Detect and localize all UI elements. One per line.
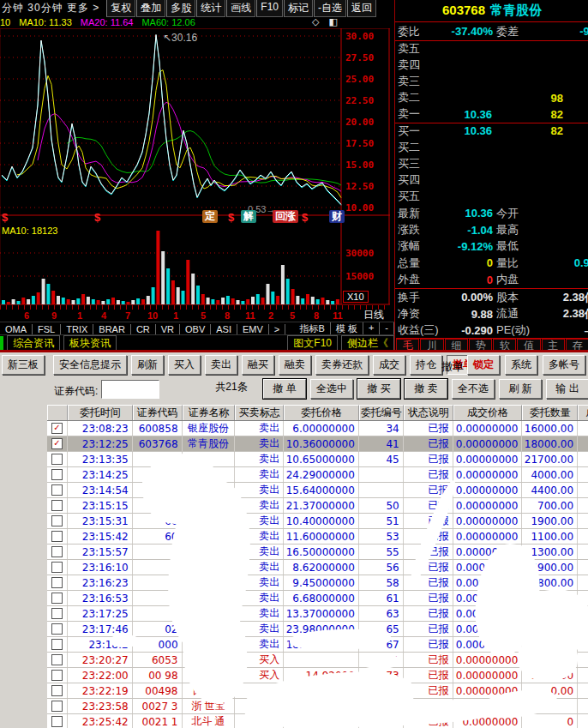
row-checkbox[interactable]: ✓ xyxy=(51,438,63,449)
indicator-tab-模 板[interactable]: 模 板 xyxy=(331,322,363,335)
action-button-刷新[interactable]: 刷 新 xyxy=(499,379,542,399)
order-row[interactable]: 23:15:153卖出21.3700000050已报0.00000000700.… xyxy=(47,498,588,514)
indicator-tab-BRAR[interactable]: BRAR xyxy=(93,324,131,334)
menu-button-多股[interactable]: 多股 xyxy=(166,0,195,17)
toolbar-button-成交[interactable]: 成交 xyxy=(373,355,405,375)
book-level-买四[interactable]: 买四 xyxy=(395,172,588,189)
column-header-委托编号[interactable]: 委托编号 xyxy=(359,405,404,420)
menu-button-标记[interactable]: 标记 xyxy=(284,0,313,17)
toolbar-button-买入[interactable]: 买入 xyxy=(168,355,201,375)
info-tab-板块资讯[interactable]: 板块资讯 xyxy=(63,335,117,352)
menu-button-返回[interactable]: 返回 xyxy=(347,0,376,17)
toolbar-button-刷新[interactable]: 刷新 xyxy=(131,355,164,375)
toolbar-button-锁定[interactable]: 锁定 xyxy=(467,355,500,375)
indicator-tab-CR[interactable]: CR xyxy=(131,324,156,334)
order-row[interactable]: 23:15:3160隹卖出10.4000000051已报0.0000000019… xyxy=(47,514,588,529)
period-menu[interactable]: 分钟 30分钟 更多 > xyxy=(0,1,99,15)
row-checkbox[interactable] xyxy=(51,577,63,588)
chart-corner-icons[interactable]: ◇ ◧ xyxy=(312,16,341,27)
row-checkbox[interactable] xyxy=(51,562,63,573)
book-level-卖一[interactable]: 卖一10.3682 xyxy=(395,106,588,123)
row-checkbox[interactable] xyxy=(51,469,63,480)
row-checkbox[interactable] xyxy=(51,546,63,557)
order-row[interactable]: ✓23:12:25603768常青股份卖出10.3600000041已报0.00… xyxy=(47,436,588,452)
toolbar-button-安全信息提示[interactable]: 安全信息提示 xyxy=(53,355,127,375)
indicator-tab-VR[interactable]: VR xyxy=(156,324,180,334)
row-checkbox[interactable] xyxy=(51,701,63,712)
toolbar-button-持仓[interactable]: 持仓 xyxy=(410,355,442,375)
order-row[interactable]: 23:14:25卖出24.29000000已报0.000000004000.00 xyxy=(47,467,588,483)
toolbar-button-融卖[interactable]: 融卖 xyxy=(279,355,311,375)
indicator-tab-FSL[interactable]: FSL xyxy=(33,324,61,334)
column-header-委托价格[interactable]: 委托价格 xyxy=(284,405,359,420)
indicator-tab--[interactable]: - xyxy=(380,322,394,335)
order-row[interactable]: ✓23:08:23600858银座股份卖出6.0000000034已报0.000… xyxy=(47,421,588,436)
action-button-撤单[interactable]: 撤 单 xyxy=(263,379,306,399)
indicator-tab-指标B[interactable]: 指标B xyxy=(294,322,330,335)
column-header-买卖标志[interactable]: 买卖标志 xyxy=(235,405,284,420)
menu-button-叠加[interactable]: 叠加 xyxy=(136,0,165,17)
row-checkbox[interactable] xyxy=(51,716,63,727)
indicator-tab-+[interactable]: + xyxy=(363,322,380,335)
indicator-tab-ASI[interactable]: ASI xyxy=(211,324,237,334)
book-level-买一[interactable]: 买一10.3682 xyxy=(395,123,588,139)
indicator-tab-OBV[interactable]: OBV xyxy=(180,324,211,334)
menu-button-统计[interactable]: 统计 xyxy=(196,0,225,17)
action-button-全选中[interactable]: 全选中 xyxy=(310,379,353,399)
menu-button-复权[interactable]: 复权 xyxy=(106,0,135,17)
column-header-状态说明[interactable]: 状态说明 xyxy=(404,405,453,420)
action-button-全不选[interactable]: 全不选 xyxy=(452,379,495,399)
book-level-卖二[interactable]: 卖二98 xyxy=(395,90,588,106)
row-checkbox[interactable] xyxy=(51,685,63,696)
row-checkbox[interactable] xyxy=(51,623,63,635)
column-header-证券代码[interactable]: 证券代码 xyxy=(133,405,183,420)
action-button-撤卖[interactable]: 撤 卖 xyxy=(405,379,447,399)
book-level-卖三[interactable]: 卖三 xyxy=(395,73,588,89)
menu-button-F10[interactable]: F10 xyxy=(256,0,283,17)
row-checkbox[interactable] xyxy=(51,654,63,665)
book-level-买三[interactable]: 买三 xyxy=(395,155,588,171)
new-third-board-button[interactable]: 新三板 xyxy=(2,355,45,375)
order-row[interactable]: 23:14:54卖出15.64000000已报0.000000004400.00 xyxy=(47,483,588,498)
column-header-成交价格[interactable]: 成交价格 xyxy=(453,405,523,420)
book-level-买五[interactable]: 买五 xyxy=(395,189,588,205)
row-checkbox[interactable] xyxy=(51,454,63,465)
toolbar-button-系统[interactable]: 系统 xyxy=(505,355,537,375)
row-checkbox[interactable]: ✓ xyxy=(51,423,63,434)
book-level-卖四[interactable]: 卖四 xyxy=(395,57,588,73)
info-tab-综合资讯[interactable]: 综合资讯 xyxy=(7,335,60,352)
row-checkbox[interactable] xyxy=(51,608,63,619)
row-checkbox[interactable] xyxy=(51,531,63,542)
info-tab-图文F10[interactable]: 图文F10 xyxy=(287,335,338,352)
toolbar-button-多帐号[interactable]: 多帐号 xyxy=(543,355,585,375)
menu-button--自选[interactable]: -自选 xyxy=(314,0,346,17)
row-checkbox[interactable] xyxy=(51,515,63,526)
column-header-委托时间[interactable]: 委托时间 xyxy=(68,405,133,420)
indicator-tab-TRIX[interactable]: TRIX xyxy=(61,324,93,334)
column-header-成[interactable]: 成 xyxy=(578,405,588,420)
menu-button-画线[interactable]: 画线 xyxy=(226,0,255,17)
book-level-买二[interactable]: 买二 xyxy=(395,139,588,155)
row-checkbox[interactable] xyxy=(51,639,63,650)
indicator-tab-EMV[interactable]: EMV xyxy=(237,324,269,334)
row-checkbox[interactable] xyxy=(51,670,63,681)
column-header-证券名称[interactable]: 证券名称 xyxy=(183,405,236,420)
info-tab-侧边栏《[interactable]: 侧边栏《 xyxy=(341,335,394,352)
row-checkbox[interactable] xyxy=(51,593,63,604)
cell-委托编号 xyxy=(359,483,404,497)
toolbar-button-卖券还款[interactable]: 卖券还款 xyxy=(315,355,369,375)
toolbar-button-卖出[interactable]: 卖出 xyxy=(205,355,237,375)
indicator-tab-OMA[interactable]: OMA xyxy=(0,324,33,334)
row-checkbox[interactable] xyxy=(51,500,63,511)
row-checkbox[interactable] xyxy=(51,484,63,496)
period-label[interactable]: 日线 xyxy=(363,308,384,322)
order-row[interactable]: 23:13:35卖出10.6500000045已报0.0000000021700… xyxy=(47,452,588,467)
security-code-input[interactable] xyxy=(101,380,159,399)
column-header-委托数量[interactable]: 委托数量 xyxy=(522,405,578,420)
book-level-卖五[interactable]: 卖五 xyxy=(395,40,588,57)
action-button-输出[interactable]: 输 出 xyxy=(546,379,588,399)
action-button-撤买[interactable]: 撤 买 xyxy=(357,379,400,399)
order-row[interactable]: 23:15:4260卖出11.6000000053已报0.00000000110… xyxy=(47,529,588,544)
indicator-tab->[interactable]: > xyxy=(269,324,285,334)
toolbar-button-融买[interactable]: 融买 xyxy=(242,355,274,375)
